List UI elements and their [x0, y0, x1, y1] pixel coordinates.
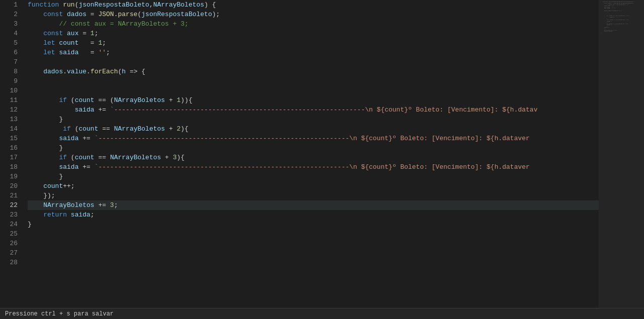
token-plain: == [95, 154, 110, 161]
token-plain: => { [126, 68, 145, 75]
line-numbers: 1234567891011121314151617181920212223242… [0, 0, 23, 308]
token-plain: + [161, 154, 172, 161]
token-plain [28, 106, 75, 114]
token-punc: }); [43, 192, 55, 199]
code-line: let saida = ''; [28, 48, 599, 57]
code-line [28, 57, 599, 67]
line-number: 14 [0, 124, 18, 134]
token-plain: + [165, 96, 176, 104]
token-punc: )){ [180, 96, 192, 104]
code-line [28, 239, 599, 248]
token-param: jsonRespostaBoleto [78, 1, 149, 9]
token-punc: ) { [204, 1, 216, 9]
token-num: 1 [90, 30, 95, 37]
token-plain [28, 11, 43, 18]
token-plain [28, 68, 43, 75]
token-tmpl: `---------------------------------------… [95, 163, 530, 171]
token-kw: const [43, 11, 63, 18]
code-line: dados.value.forEach(h => { [28, 67, 599, 76]
code-line: const aux = 1; [28, 29, 599, 38]
code-line: if (count == NArrayBoletos + 3){ [28, 153, 599, 162]
code-line: let count = 1; [28, 38, 599, 48]
token-var: saida [59, 49, 78, 56]
line-number: 13 [0, 115, 18, 124]
code-line: } [28, 172, 599, 181]
editor-container: 1234567891011121314151617181920212223242… [0, 0, 644, 308]
code-line: count++; [28, 181, 599, 191]
token-num: 3 [173, 154, 177, 161]
token-plain [28, 30, 43, 37]
line-number: 10 [0, 86, 18, 95]
line-number: 23 [0, 210, 18, 220]
token-plain [28, 49, 43, 56]
token-plain: = [86, 11, 98, 18]
code-line: saida += `------------------------------… [28, 162, 599, 172]
token-var: count [59, 39, 78, 47]
line-number: 26 [0, 239, 18, 248]
token-var: aux [67, 30, 78, 37]
code-line: } [28, 115, 599, 124]
token-punc: } [28, 221, 32, 228]
token-plain: += [78, 163, 94, 171]
line-number: 20 [0, 181, 18, 191]
token-plain [28, 154, 59, 161]
token-punc: ){ [177, 154, 185, 161]
code-line: } [28, 143, 599, 153]
token-kw: let [43, 39, 55, 47]
token-var: count [75, 96, 95, 104]
token-kw: const [43, 30, 63, 37]
line-number: 17 [0, 153, 18, 162]
token-plain [28, 135, 59, 142]
line-number: 16 [0, 143, 18, 153]
token-var: saida [59, 163, 78, 171]
token-prop: value [67, 68, 86, 75]
save-hint-text: Pressione ctrl + s para salvar [5, 310, 114, 317]
token-plain: + [165, 125, 176, 133]
token-var: saida [59, 135, 78, 142]
token-plain [63, 30, 67, 37]
line-number: 11 [0, 95, 18, 105]
line-number: 9 [0, 76, 18, 86]
token-plain: . [63, 68, 67, 75]
token-plain: . [86, 68, 90, 75]
token-kw: if [63, 125, 71, 133]
token-plain: += [95, 106, 110, 114]
token-kw: let [43, 49, 55, 56]
code-line: NArrayBoletos += 3; [28, 200, 599, 210]
line-number: 4 [0, 29, 18, 38]
token-param: NArrayBoletos [153, 1, 204, 9]
token-cmt: // const aux = NArrayBoletos + 3; [59, 20, 188, 28]
token-method: forEach [90, 68, 118, 75]
token-var: NArrayBoletos [43, 201, 94, 209]
token-var: count [75, 154, 95, 161]
token-plain: = [78, 49, 98, 56]
token-str: '' [98, 49, 106, 56]
token-var: NArrayBoletos [110, 154, 161, 161]
token-var: NArrayBoletos [114, 125, 165, 133]
code-area[interactable]: function run(jsonRespostaBoleto,NArrayBo… [23, 0, 599, 308]
token-plain [67, 211, 71, 219]
token-plain [28, 39, 43, 47]
code-line [28, 229, 599, 239]
token-var: NArrayBoletos [114, 96, 165, 104]
token-plain: ( [67, 96, 75, 104]
code-line: return saida; [28, 210, 599, 220]
line-number: 8 [0, 67, 18, 76]
token-plain: } [28, 173, 63, 180]
line-number: 6 [0, 48, 18, 57]
token-kw: function [28, 1, 59, 9]
line-number: 12 [0, 105, 18, 115]
line-number: 15 [0, 134, 18, 143]
line-number: 1 [0, 0, 18, 10]
token-plain [28, 201, 43, 209]
token-kw: return [43, 211, 67, 219]
line-number: 22 [0, 200, 18, 210]
code-line: if (count == NArrayBoletos + 2){ [28, 124, 599, 134]
token-plain: ( [71, 125, 79, 133]
code-line: function run(jsonRespostaBoleto,NArrayBo… [28, 0, 599, 10]
token-method: JSON.parse [98, 11, 137, 18]
code-line: // const aux = NArrayBoletos + 3; [28, 19, 599, 29]
token-plain: == [98, 125, 114, 133]
token-var: dados [43, 68, 63, 75]
token-punc: ; [114, 201, 118, 209]
